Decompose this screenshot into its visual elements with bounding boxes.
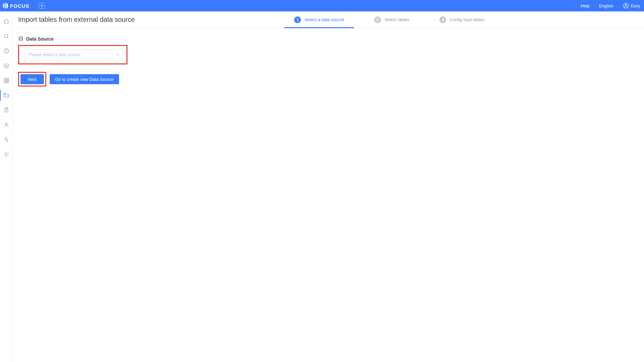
user-menu[interactable]: Dory [623, 3, 640, 9]
nav-search[interactable] [0, 29, 13, 44]
topbar: FOCUS Help English Dory [0, 0, 644, 11]
svg-point-11 [5, 123, 7, 125]
stepper: 1 Select a data source 2 Select tables 3… [135, 11, 644, 28]
step-1-num: 1 [294, 16, 301, 23]
activity-icon [3, 137, 9, 143]
next-button[interactable]: Next [20, 74, 44, 84]
help-link[interactable]: Help [581, 3, 590, 8]
plus-icon [40, 4, 44, 7]
section-label: Data Source [26, 36, 54, 42]
brand[interactable]: FOCUS [3, 3, 30, 9]
svg-point-3 [625, 4, 627, 6]
user-avatar-icon [623, 3, 629, 9]
database-icon [18, 36, 23, 42]
data-source-select[interactable]: - Please select a data source - [22, 49, 123, 60]
svg-point-13 [19, 37, 23, 38]
dashboard-icon [3, 63, 9, 69]
svg-rect-1 [5, 3, 6, 8]
step-1-label: Select a data source [304, 17, 344, 22]
svg-rect-0 [3, 4, 4, 8]
nav-settings[interactable] [0, 147, 13, 162]
chevron-down-icon [116, 53, 119, 56]
brand-text: FOCUS [10, 3, 30, 9]
step-3-label: Config load tables [449, 17, 484, 22]
clipboard-icon [3, 107, 9, 113]
sidenav [0, 11, 13, 362]
step-1[interactable]: 1 Select a data source [294, 11, 344, 28]
select-placeholder: - Please select a data source - [26, 52, 83, 57]
nav-help[interactable] [0, 44, 13, 58]
logo-icon [3, 3, 8, 8]
step-3[interactable]: 3 Config load tables [439, 11, 484, 28]
step-2-num: 2 [374, 16, 381, 23]
language-select[interactable]: English [599, 3, 613, 8]
button-row: Next Go to create new Data Source [18, 72, 639, 87]
highlight-select: - Please select a data source - [18, 45, 127, 64]
step-3-num: 3 [439, 16, 446, 23]
new-button[interactable] [39, 3, 45, 9]
nav-users[interactable] [0, 117, 13, 132]
nav-tables[interactable] [0, 73, 13, 88]
page-title: Import tables from external data source [18, 16, 135, 23]
svg-rect-7 [4, 64, 9, 67]
nav-home[interactable] [0, 14, 13, 29]
create-data-source-button[interactable]: Go to create new Data Source [50, 74, 119, 84]
gear-icon [3, 151, 9, 157]
svg-rect-8 [4, 78, 9, 83]
user-name: Dory [631, 3, 640, 8]
svg-point-12 [5, 154, 7, 155]
nav-activity[interactable] [0, 132, 13, 147]
page-header: Import tables from external data source … [13, 11, 644, 28]
highlight-next: Next [18, 72, 46, 87]
svg-point-6 [6, 52, 6, 52]
content: Data Source - Please select a data sourc… [13, 28, 644, 95]
user-icon [3, 122, 9, 128]
main: Import tables from external data source … [13, 11, 644, 362]
nav-dashboard[interactable] [0, 58, 13, 73]
question-icon [3, 48, 9, 54]
section-title: Data Source [18, 36, 639, 42]
svg-point-4 [4, 34, 8, 38]
folder-icon [3, 92, 9, 98]
step-2-label: Select tables [384, 17, 409, 22]
home-icon [3, 18, 9, 24]
grid-icon [3, 77, 9, 84]
search-icon [3, 33, 9, 39]
nav-data-source[interactable] [0, 88, 13, 103]
nav-tasks[interactable] [0, 103, 13, 117]
step-2[interactable]: 2 Select tables [374, 11, 409, 28]
